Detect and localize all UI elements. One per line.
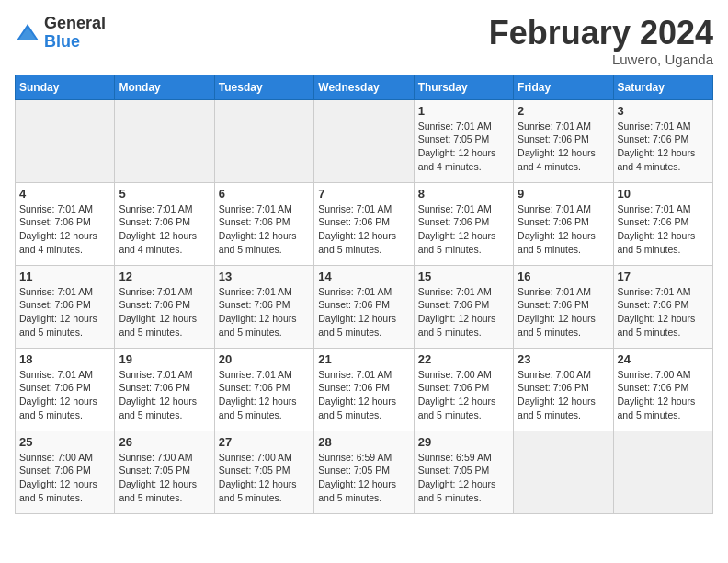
- header-cell-saturday: Saturday: [613, 75, 712, 99]
- day-number: 23: [518, 352, 609, 366]
- day-info: Sunrise: 7:01 AM Sunset: 7:05 PM Dayligh…: [418, 120, 509, 174]
- header-cell-tuesday: Tuesday: [214, 75, 313, 99]
- calendar-cell: 16Sunrise: 7:01 AM Sunset: 7:06 PM Dayli…: [514, 265, 613, 348]
- calendar-cell: 25Sunrise: 7:00 AM Sunset: 7:06 PM Dayli…: [16, 431, 115, 513]
- week-row-0: 1Sunrise: 7:01 AM Sunset: 7:05 PM Daylig…: [16, 99, 713, 182]
- calendar-cell: [115, 99, 214, 182]
- day-number: 3: [618, 104, 709, 118]
- day-info: Sunrise: 7:01 AM Sunset: 7:06 PM Dayligh…: [518, 120, 609, 174]
- day-info: Sunrise: 7:01 AM Sunset: 7:06 PM Dayligh…: [518, 285, 609, 339]
- header-cell-wednesday: Wednesday: [314, 75, 414, 99]
- day-info: Sunrise: 7:01 AM Sunset: 7:06 PM Dayligh…: [518, 202, 609, 257]
- calendar-cell: [314, 99, 414, 182]
- calendar-cell: 12Sunrise: 7:01 AM Sunset: 7:06 PM Dayli…: [115, 265, 214, 348]
- header-cell-sunday: Sunday: [16, 75, 115, 99]
- day-number: 22: [418, 352, 509, 366]
- calendar-table: SundayMondayTuesdayWednesdayThursdayFrid…: [15, 75, 713, 514]
- day-number: 20: [219, 352, 310, 366]
- day-number: 11: [19, 270, 110, 283]
- month-title: February 2024: [489, 15, 713, 52]
- week-row-1: 4Sunrise: 7:01 AM Sunset: 7:06 PM Daylig…: [16, 182, 713, 265]
- page-header: General Blue February 2024 Luwero, Ugand…: [15, 15, 713, 67]
- calendar-cell: 2Sunrise: 7:01 AM Sunset: 7:06 PM Daylig…: [514, 99, 613, 182]
- header-row: SundayMondayTuesdayWednesdayThursdayFrid…: [16, 75, 713, 99]
- day-info: Sunrise: 7:00 AM Sunset: 7:05 PM Dayligh…: [119, 451, 210, 505]
- calendar-cell: 21Sunrise: 7:01 AM Sunset: 7:06 PM Dayli…: [314, 348, 414, 431]
- calendar-cell: 19Sunrise: 7:01 AM Sunset: 7:06 PM Dayli…: [115, 348, 214, 431]
- calendar-cell: [514, 431, 613, 513]
- day-number: 8: [418, 187, 509, 201]
- day-info: Sunrise: 6:59 AM Sunset: 7:05 PM Dayligh…: [318, 451, 409, 505]
- day-number: 12: [119, 270, 210, 283]
- header-cell-friday: Friday: [514, 75, 613, 99]
- logo-blue-text: Blue: [44, 33, 106, 52]
- day-number: 4: [19, 187, 110, 201]
- calendar-cell: 28Sunrise: 6:59 AM Sunset: 7:05 PM Dayli…: [314, 431, 414, 513]
- day-number: 6: [219, 187, 310, 201]
- day-number: 16: [518, 270, 609, 283]
- day-info: Sunrise: 7:01 AM Sunset: 7:06 PM Dayligh…: [318, 368, 409, 422]
- day-info: Sunrise: 7:01 AM Sunset: 7:06 PM Dayligh…: [618, 120, 709, 174]
- calendar-cell: 26Sunrise: 7:00 AM Sunset: 7:05 PM Dayli…: [115, 431, 214, 513]
- day-info: Sunrise: 7:00 AM Sunset: 7:05 PM Dayligh…: [219, 451, 310, 505]
- calendar-cell: 5Sunrise: 7:01 AM Sunset: 7:06 PM Daylig…: [115, 182, 214, 265]
- day-info: Sunrise: 7:01 AM Sunset: 7:06 PM Dayligh…: [19, 202, 110, 257]
- day-info: Sunrise: 6:59 AM Sunset: 7:05 PM Dayligh…: [418, 451, 509, 505]
- logo: General Blue: [15, 15, 106, 52]
- day-number: 15: [418, 270, 509, 283]
- day-number: 27: [219, 435, 310, 449]
- calendar-cell: 10Sunrise: 7:01 AM Sunset: 7:06 PM Dayli…: [613, 182, 712, 265]
- calendar-cell: 6Sunrise: 7:01 AM Sunset: 7:06 PM Daylig…: [214, 182, 313, 265]
- calendar-cell: 17Sunrise: 7:01 AM Sunset: 7:06 PM Dayli…: [613, 265, 712, 348]
- calendar-cell: 13Sunrise: 7:01 AM Sunset: 7:06 PM Dayli…: [214, 265, 313, 348]
- day-info: Sunrise: 7:01 AM Sunset: 7:06 PM Dayligh…: [418, 202, 509, 257]
- calendar-cell: 3Sunrise: 7:01 AM Sunset: 7:06 PM Daylig…: [613, 99, 712, 182]
- day-number: 17: [618, 270, 709, 283]
- calendar-cell: 14Sunrise: 7:01 AM Sunset: 7:06 PM Dayli…: [314, 265, 414, 348]
- calendar-cell: 24Sunrise: 7:00 AM Sunset: 7:06 PM Dayli…: [613, 348, 712, 431]
- calendar-cell: 15Sunrise: 7:01 AM Sunset: 7:06 PM Dayli…: [414, 265, 513, 348]
- day-info: Sunrise: 7:01 AM Sunset: 7:06 PM Dayligh…: [318, 202, 409, 257]
- day-info: Sunrise: 7:00 AM Sunset: 7:06 PM Dayligh…: [418, 368, 509, 422]
- day-number: 19: [119, 352, 210, 366]
- day-number: 18: [19, 352, 110, 366]
- day-info: Sunrise: 7:01 AM Sunset: 7:06 PM Dayligh…: [19, 285, 110, 339]
- day-info: Sunrise: 7:01 AM Sunset: 7:06 PM Dayligh…: [318, 285, 409, 339]
- day-number: 9: [518, 187, 609, 201]
- day-info: Sunrise: 7:00 AM Sunset: 7:06 PM Dayligh…: [518, 368, 609, 422]
- location: Luwero, Uganda: [489, 52, 713, 67]
- day-number: 28: [318, 435, 409, 449]
- day-info: Sunrise: 7:01 AM Sunset: 7:06 PM Dayligh…: [119, 368, 210, 422]
- calendar-cell: 29Sunrise: 6:59 AM Sunset: 7:05 PM Dayli…: [414, 431, 513, 513]
- week-row-4: 25Sunrise: 7:00 AM Sunset: 7:06 PM Dayli…: [16, 431, 713, 513]
- calendar-cell: 27Sunrise: 7:00 AM Sunset: 7:05 PM Dayli…: [214, 431, 313, 513]
- calendar-cell: 11Sunrise: 7:01 AM Sunset: 7:06 PM Dayli…: [16, 265, 115, 348]
- calendar-cell: [214, 99, 313, 182]
- calendar-cell: [613, 431, 712, 513]
- day-info: Sunrise: 7:01 AM Sunset: 7:06 PM Dayligh…: [418, 285, 509, 339]
- logo-general-text: General: [44, 15, 106, 33]
- header-cell-monday: Monday: [115, 75, 214, 99]
- day-info: Sunrise: 7:00 AM Sunset: 7:06 PM Dayligh…: [618, 368, 709, 422]
- day-info: Sunrise: 7:01 AM Sunset: 7:06 PM Dayligh…: [219, 368, 310, 422]
- header-cell-thursday: Thursday: [414, 75, 513, 99]
- day-info: Sunrise: 7:01 AM Sunset: 7:06 PM Dayligh…: [219, 285, 310, 339]
- title-area: February 2024 Luwero, Uganda: [489, 15, 713, 67]
- logo-icon: [15, 20, 40, 46]
- calendar-cell: [16, 99, 115, 182]
- day-info: Sunrise: 7:01 AM Sunset: 7:06 PM Dayligh…: [119, 202, 210, 257]
- calendar-cell: 23Sunrise: 7:00 AM Sunset: 7:06 PM Dayli…: [514, 348, 613, 431]
- day-number: 1: [418, 104, 509, 118]
- day-number: 29: [418, 435, 509, 449]
- week-row-3: 18Sunrise: 7:01 AM Sunset: 7:06 PM Dayli…: [16, 348, 713, 431]
- calendar-cell: 7Sunrise: 7:01 AM Sunset: 7:06 PM Daylig…: [314, 182, 414, 265]
- day-number: 7: [318, 187, 409, 201]
- calendar-cell: 4Sunrise: 7:01 AM Sunset: 7:06 PM Daylig…: [16, 182, 115, 265]
- day-number: 24: [618, 352, 709, 366]
- calendar-cell: 20Sunrise: 7:01 AM Sunset: 7:06 PM Dayli…: [214, 348, 313, 431]
- day-number: 21: [318, 352, 409, 366]
- day-number: 25: [19, 435, 110, 449]
- calendar-cell: 9Sunrise: 7:01 AM Sunset: 7:06 PM Daylig…: [514, 182, 613, 265]
- day-info: Sunrise: 7:00 AM Sunset: 7:06 PM Dayligh…: [19, 451, 110, 505]
- day-info: Sunrise: 7:01 AM Sunset: 7:06 PM Dayligh…: [618, 202, 709, 257]
